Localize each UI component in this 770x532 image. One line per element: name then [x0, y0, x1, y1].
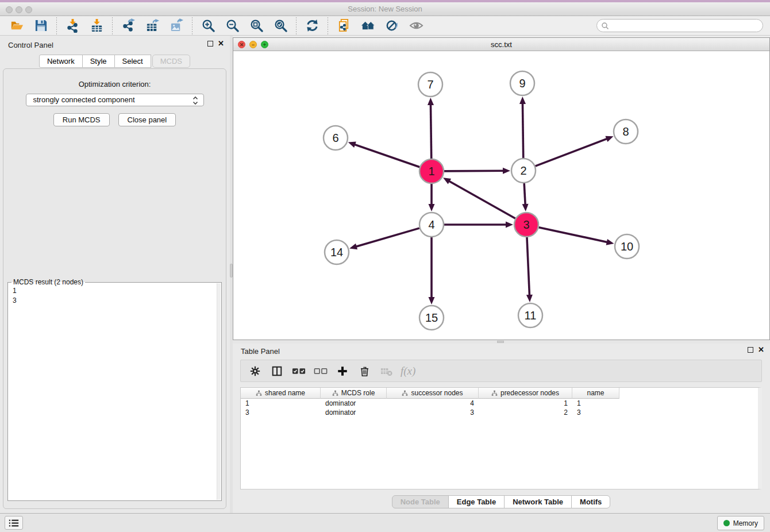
graph-edge-3-1[interactable]	[449, 181, 515, 219]
export-network-icon[interactable]	[120, 18, 136, 34]
deselect-all-icon[interactable]	[313, 364, 328, 379]
close-panel-icon[interactable]: ✕	[218, 41, 224, 47]
select-all-icon[interactable]	[291, 364, 306, 379]
graph-node-9[interactable]: 9	[510, 71, 534, 95]
tab-mcds[interactable]: MCDS	[152, 55, 190, 68]
graph-edge-1-2[interactable]	[444, 171, 504, 171]
export-table-icon[interactable]	[144, 18, 160, 34]
memory-button[interactable]: Memory	[717, 516, 764, 530]
memory-status-icon	[723, 520, 730, 526]
graph-edge-2-8[interactable]	[536, 138, 608, 166]
graph-node-11[interactable]: 11	[518, 303, 542, 327]
search-input[interactable]	[611, 20, 759, 31]
float-table-panel-icon[interactable]	[748, 347, 753, 353]
tab-select[interactable]: Select	[114, 55, 151, 68]
table-cell[interactable]: 3	[572, 408, 619, 417]
network-canvas[interactable]: 1234678910111415	[233, 51, 769, 340]
column-header[interactable]: predecessor nodes	[479, 388, 572, 399]
graph-edge-2-3[interactable]	[524, 183, 525, 205]
column-header[interactable]: name	[572, 388, 619, 399]
graph-edge-3-11[interactable]	[527, 237, 530, 296]
graph-node-15[interactable]: 15	[419, 306, 444, 330]
edge-arrowhead	[605, 136, 613, 142]
table-row[interactable]: 1dominator411	[241, 399, 758, 408]
tab-network-table[interactable]: Network Table	[504, 495, 572, 508]
toolbar-separator	[328, 17, 328, 34]
result-scrollbar[interactable]	[217, 283, 221, 500]
graph-node-8[interactable]: 8	[614, 119, 638, 144]
column-header[interactable]: MCDS role	[321, 388, 387, 399]
tab-node-table[interactable]: Node Table	[392, 495, 449, 508]
table-cell[interactable]: dominator	[321, 408, 387, 417]
close-panel-button[interactable]: Close panel	[118, 113, 176, 126]
graph-node-4[interactable]: 4	[419, 213, 444, 237]
zoom-out-icon[interactable]	[224, 18, 240, 34]
node-label: 1	[428, 165, 434, 178]
control-panel-tabs: NetworkStyleSelectMCDS	[0, 55, 230, 68]
eye-icon[interactable]	[408, 18, 424, 34]
graph-node-2[interactable]: 2	[511, 159, 536, 183]
graph-edge-4-14[interactable]	[356, 228, 419, 246]
tab-motifs[interactable]: Motifs	[571, 495, 610, 508]
table-cell[interactable]: 1	[479, 399, 572, 408]
select-stepper-icon	[192, 95, 198, 106]
export-image-icon[interactable]	[168, 18, 184, 34]
graph-edge-1-6[interactable]	[354, 144, 419, 167]
column-header-label: name	[587, 389, 604, 397]
graph-node-3[interactable]: 3	[514, 213, 538, 237]
home-icon[interactable]	[360, 18, 376, 34]
column-header[interactable]: shared name	[241, 388, 321, 399]
table-row[interactable]: 3dominator323	[241, 408, 758, 417]
table-cell[interactable]: 3	[387, 408, 479, 417]
import-table-icon[interactable]	[88, 18, 105, 34]
network-title: scc.txt	[233, 40, 769, 49]
graph-node-10[interactable]: 10	[615, 234, 639, 259]
table-cell[interactable]: 1	[572, 399, 619, 408]
tab-style[interactable]: Style	[82, 55, 115, 68]
graph-edge-1-7[interactable]	[430, 104, 431, 159]
graph-node-6[interactable]: 6	[324, 126, 348, 150]
zoom-in-icon[interactable]	[200, 18, 216, 34]
graph-node-7[interactable]: 7	[418, 72, 442, 97]
table-cell[interactable]: 2	[479, 408, 572, 417]
main-toolbar	[0, 16, 770, 36]
table-cell[interactable]: 1	[241, 399, 321, 408]
zoom-fit-icon[interactable]	[248, 18, 264, 34]
tree-icon	[256, 390, 262, 396]
import-network-icon[interactable]	[64, 18, 80, 34]
zoom-selected-icon[interactable]	[272, 18, 288, 34]
mcds-result-lines: 13	[8, 283, 221, 309]
network-window-titlebar[interactable]: ✕ − + scc.txt	[233, 38, 769, 51]
save-session-icon[interactable]	[33, 18, 49, 34]
column-header[interactable]: successor nodes	[387, 388, 479, 399]
columns-icon[interactable]	[270, 364, 284, 379]
close-table-panel-icon[interactable]: ✕	[758, 347, 764, 353]
clone-network-icon[interactable]	[336, 18, 352, 34]
table-cell[interactable]: dominator	[321, 399, 387, 408]
mcds-result-box: MCDS result (2 nodes) 13	[7, 282, 222, 501]
open-session-icon[interactable]	[9, 18, 25, 34]
graph-edge-2-9[interactable]	[522, 103, 523, 158]
control-panel: Control Panel ✕ NetworkStyleSelectMCDS O…	[0, 36, 230, 513]
gear-icon[interactable]	[248, 364, 263, 379]
refresh-icon[interactable]	[304, 18, 320, 34]
table-cell[interactable]: 3	[241, 408, 321, 417]
graph-node-1[interactable]: 1	[419, 159, 444, 183]
edge-arrowhead	[506, 222, 513, 228]
splitter-grip[interactable]	[497, 341, 504, 343]
hide-details-icon[interactable]	[384, 18, 400, 34]
float-panel-icon[interactable]	[207, 41, 213, 47]
show-panels-button[interactable]	[5, 516, 23, 530]
result-line: 1	[13, 286, 217, 296]
add-column-icon[interactable]	[335, 364, 350, 379]
run-mcds-button[interactable]: Run MCDS	[53, 113, 110, 126]
tab-edge-table[interactable]: Edge Table	[448, 495, 505, 508]
result-line: 3	[13, 296, 217, 306]
table-cell[interactable]: 4	[387, 399, 479, 408]
tab-network[interactable]: Network	[39, 55, 83, 68]
graph-edge-3-10[interactable]	[538, 228, 607, 242]
optimization-select[interactable]: strongly connected component	[26, 94, 204, 106]
node-label: 15	[425, 311, 438, 324]
graph-node-14[interactable]: 14	[325, 240, 349, 264]
delete-column-icon[interactable]	[357, 364, 372, 379]
